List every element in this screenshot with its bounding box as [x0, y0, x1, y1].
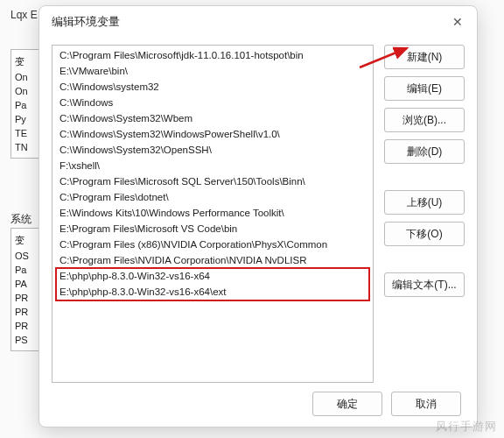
- edit-text-button[interactable]: 编辑文本(T)...: [384, 272, 465, 297]
- dialog-titlebar: 编辑环境变量 ✕: [39, 6, 477, 36]
- edit-button[interactable]: 编辑(E): [384, 76, 465, 101]
- move-down-button[interactable]: 下移(O): [384, 222, 465, 246]
- path-list-item[interactable]: C:\Program Files\dotnet\: [52, 189, 373, 205]
- path-list-item[interactable]: C:\Windows: [52, 95, 373, 110]
- path-list-item[interactable]: C:\Windows\System32\WindowsPowerShell\v1…: [52, 126, 373, 142]
- close-icon[interactable]: ✕: [449, 13, 466, 31]
- path-list-item[interactable]: C:\Program Files\Microsoft\jdk-11.0.16.1…: [52, 47, 373, 63]
- path-list-item[interactable]: E:\php\php-8.3.0-Win32-vs16-x64: [52, 268, 373, 284]
- path-list-item[interactable]: C:\Program Files\NVIDIA Corporation\NVID…: [52, 252, 373, 268]
- browse-button[interactable]: 浏览(B)...: [384, 108, 465, 132]
- delete-button[interactable]: 删除(D): [384, 139, 465, 164]
- path-listbox[interactable]: C:\Program Files\Microsoft\jdk-11.0.16.1…: [52, 45, 374, 383]
- dialog-button-column: 新建(N) 编辑(E) 浏览(B)... 删除(D) 上移(U) 下移(O) 编…: [384, 45, 465, 383]
- path-list-item[interactable]: E:\Windows Kits\10\Windows Performance T…: [52, 205, 373, 221]
- edit-env-var-dialog: 编辑环境变量 ✕ C:\Program Files\Microsoft\jdk-…: [38, 5, 478, 427]
- dialog-title: 编辑环境变量: [52, 14, 120, 30]
- path-list-item[interactable]: F:\xshell\: [52, 158, 373, 173]
- new-button[interactable]: 新建(N): [384, 45, 465, 69]
- dialog-body: C:\Program Files\Microsoft\jdk-11.0.16.1…: [39, 36, 477, 383]
- path-list-inner: C:\Program Files\Microsoft\jdk-11.0.16.1…: [52, 46, 373, 382]
- path-list-item[interactable]: C:\Program Files\Microsoft SQL Server\15…: [52, 173, 373, 189]
- ok-button[interactable]: 确定: [312, 392, 382, 416]
- path-list-item[interactable]: E:\Program Files\Microsoft VS Code\bin: [52, 221, 373, 237]
- move-up-button[interactable]: 上移(U): [384, 190, 465, 215]
- dialog-footer: 确定 取消: [39, 383, 477, 427]
- path-list-item[interactable]: C:\Program Files (x86)\NVIDIA Corporatio…: [52, 237, 373, 252]
- path-list-item[interactable]: E:\php\php-8.3.0-Win32-vs16-x64\ext: [52, 284, 373, 300]
- section-system-label: 系统: [10, 212, 32, 227]
- cancel-button[interactable]: 取消: [391, 392, 461, 416]
- path-list-item[interactable]: C:\Windows\System32\Wbem: [52, 110, 373, 126]
- path-list-item[interactable]: C:\Windows\System32\OpenSSH\: [52, 142, 373, 158]
- path-list-item[interactable]: E:\VMware\bin\: [52, 63, 373, 79]
- path-list-item[interactable]: C:\Windows\system32: [52, 79, 373, 95]
